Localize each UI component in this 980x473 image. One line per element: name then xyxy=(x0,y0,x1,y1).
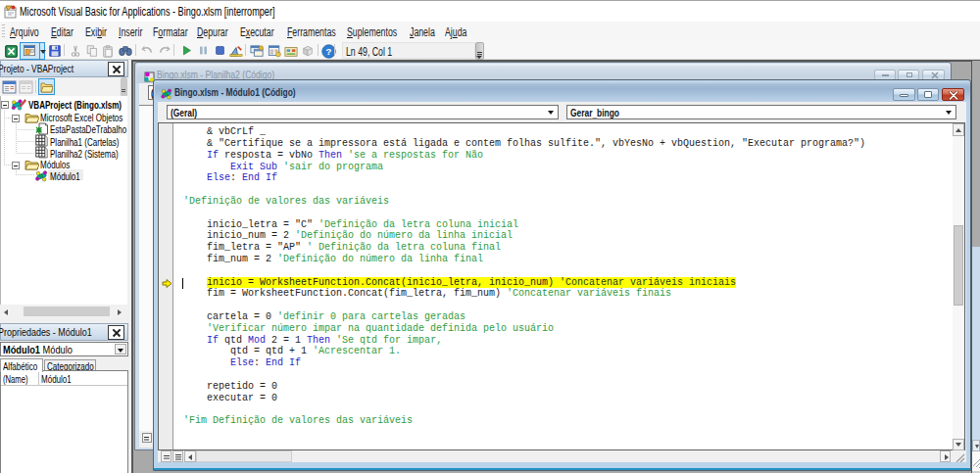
svg-text:?: ? xyxy=(326,45,332,56)
